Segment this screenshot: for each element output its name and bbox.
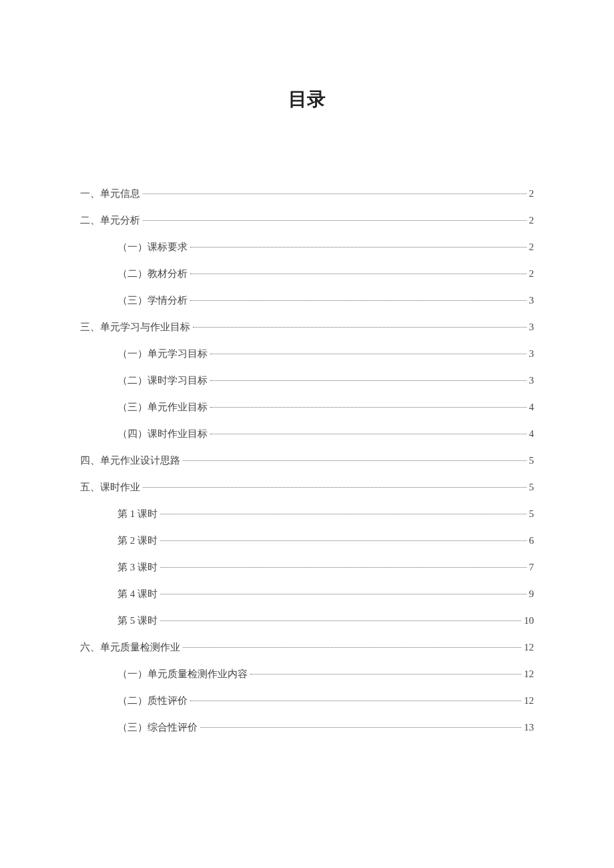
toc-entry-page: 12: [524, 693, 534, 709]
toc-entry: 五、课时作业5: [80, 479, 534, 495]
toc-dots: [190, 701, 521, 701]
toc-dots: [210, 407, 527, 408]
toc-entry-label: （二）质性评价: [117, 693, 188, 709]
toc-entry-page: 7: [529, 559, 535, 575]
toc-entry-label: （三）学情分析: [117, 292, 188, 308]
toc-entry: 第 1 课时5: [80, 506, 534, 522]
toc-dots: [160, 620, 521, 621]
toc-dots: [143, 193, 527, 194]
toc-entry: 第 4 课时9: [80, 586, 534, 602]
toc-entry-label: 第 2 课时: [117, 532, 158, 548]
toc-entry-label: 一、单元信息: [80, 185, 140, 201]
toc-entry-page: 5: [529, 506, 535, 522]
toc-dots: [183, 460, 527, 461]
toc-entry: 一、单元信息2: [80, 185, 534, 201]
toc-entry: （三）单元作业目标4: [80, 399, 534, 415]
toc-entry-label: 三、单元学习与作业目标: [80, 319, 190, 335]
toc-entry-page: 5: [529, 479, 535, 495]
toc-entry-label: 第 4 课时: [117, 586, 158, 602]
toc-entry: （二）教材分析2: [80, 266, 534, 282]
toc-entry-label: （二）课时学习目标: [117, 372, 208, 388]
toc-entry: （三）学情分析3: [80, 292, 534, 308]
toc-entry: 第 3 课时7: [80, 559, 534, 575]
toc-entry-page: 2: [529, 266, 535, 282]
toc-entry-page: 3: [529, 319, 535, 335]
toc-entry-label: （一）单元质量检测作业内容: [117, 666, 248, 682]
toc-dots: [143, 487, 527, 488]
toc-entry-label: 六、单元质量检测作业: [80, 639, 180, 655]
toc-entry-page: 6: [529, 532, 535, 548]
toc-entry-page: 12: [524, 666, 534, 682]
toc-dots: [190, 274, 527, 274]
toc-entry-page: 2: [529, 212, 535, 228]
toc-entry: 六、单元质量检测作业12: [80, 639, 534, 655]
toc-entry-page: 4: [529, 399, 535, 415]
toc-dots: [200, 727, 521, 728]
toc-entry-page: 13: [524, 719, 534, 735]
toc-dots: [160, 594, 527, 594]
toc-entry-page: 2: [529, 185, 535, 201]
toc-entry-page: 3: [529, 292, 535, 308]
toc-dots: [250, 674, 521, 675]
toc-entry-page: 3: [529, 346, 535, 362]
toc-dots: [183, 647, 521, 648]
toc-entry-label: 第 5 课时: [117, 612, 158, 628]
toc-entry-page: 2: [529, 239, 535, 255]
toc-dots: [210, 354, 527, 354]
toc-entry: （一）单元质量检测作业内容12: [80, 666, 534, 682]
toc-entry-page: 5: [529, 452, 535, 468]
toc-entry-page: 12: [524, 639, 534, 655]
toc-entry: （一）单元学习目标3: [80, 346, 534, 362]
toc-entry: 四、单元作业设计思路5: [80, 452, 534, 468]
toc-entry-page: 9: [529, 586, 535, 602]
toc-entry: 第 2 课时6: [80, 532, 534, 548]
toc-entry-label: （二）教材分析: [117, 266, 188, 282]
toc-dots: [210, 434, 527, 434]
toc-dots: [190, 300, 527, 301]
toc-dots: [160, 540, 527, 541]
toc-entry-label: （一）课标要求: [117, 239, 188, 255]
toc-entry-label: （一）单元学习目标: [117, 346, 208, 362]
toc-entry: 第 5 课时10: [80, 612, 534, 628]
toc-dots: [190, 247, 527, 248]
toc-entry: （二）质性评价12: [80, 693, 534, 709]
toc-dots: [143, 220, 527, 221]
toc-entry-label: 二、单元分析: [80, 212, 140, 228]
toc-entry: 二、单元分析2: [80, 212, 534, 228]
toc-dots: [193, 327, 527, 328]
document-page: 目录 一、单元信息2二、单元分析2（一）课标要求2（二）教材分析2（三）学情分析…: [0, 0, 614, 735]
toc-entry: （二）课时学习目标3: [80, 372, 534, 388]
toc-entry-label: （四）课时作业目标: [117, 426, 208, 442]
toc-entry-label: 第 3 课时: [117, 559, 158, 575]
toc-entry: （四）课时作业目标4: [80, 426, 534, 442]
toc-entry-label: （三）综合性评价: [117, 719, 198, 735]
toc-entry-label: （三）单元作业目标: [117, 399, 208, 415]
toc-entry: 三、单元学习与作业目标3: [80, 319, 534, 335]
toc-entry-page: 10: [524, 612, 534, 628]
toc-entry-label: 第 1 课时: [117, 506, 158, 522]
toc-dots: [160, 567, 527, 568]
table-of-contents: 一、单元信息2二、单元分析2（一）课标要求2（二）教材分析2（三）学情分析3三、…: [80, 185, 534, 735]
toc-dots: [210, 380, 527, 381]
toc-dots: [160, 514, 527, 514]
page-title: 目录: [80, 87, 534, 112]
toc-entry-page: 4: [529, 426, 535, 442]
toc-entry: （一）课标要求2: [80, 239, 534, 255]
toc-entry-page: 3: [529, 372, 535, 388]
toc-entry-label: 五、课时作业: [80, 479, 140, 495]
toc-entry: （三）综合性评价13: [80, 719, 534, 735]
toc-entry-label: 四、单元作业设计思路: [80, 452, 180, 468]
